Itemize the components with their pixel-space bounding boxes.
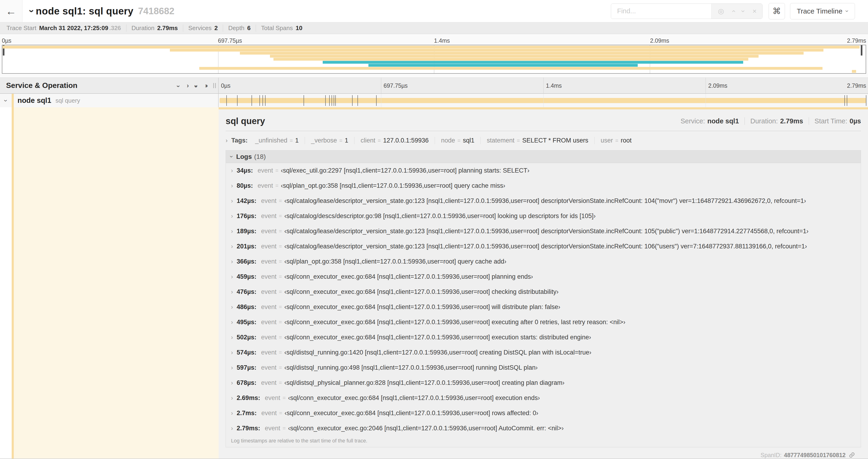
log-row[interactable]: ›142µs:event=‹sql/catalog/lease/descript… — [226, 193, 861, 208]
log-marker-tick[interactable] — [262, 95, 263, 106]
log-field-key: event — [257, 182, 273, 189]
log-timestamp: 495µs: — [237, 319, 256, 326]
log-marker-tick[interactable] — [226, 95, 227, 106]
keyboard-shortcuts-button[interactable]: ⌘ — [769, 3, 785, 19]
span-id-row: SpanID: 4877749850101760812 — [226, 447, 861, 459]
log-marker-tick[interactable] — [237, 95, 238, 106]
collapse-one-icon[interactable]: › — [175, 85, 182, 86]
service-operation-header: Service & Operation › › ›› ›› — [0, 78, 219, 93]
span-collapse-chevron-icon[interactable]: › — [2, 100, 9, 102]
log-chevron-icon[interactable]: › — [231, 395, 233, 401]
log-row[interactable]: ›597µs:event=‹sql/distsql_running.go:498… — [226, 360, 861, 375]
log-marker-tick[interactable] — [358, 95, 358, 106]
detail-accent-bar — [219, 107, 868, 109]
equals-sign: = — [283, 425, 286, 431]
equals-sign: = — [279, 410, 282, 416]
span-row-timeline[interactable] — [219, 94, 868, 107]
minimap-right-scrubber-handle[interactable] — [861, 45, 862, 56]
log-chevron-icon[interactable]: › — [231, 228, 233, 235]
log-row[interactable]: ›2.79ms:event=‹sql/conn_executor_exec.go… — [226, 421, 861, 436]
tags-accordion[interactable]: › Tags: _unfinished=1_verbose=1client=12… — [226, 136, 861, 145]
span-id-value: 4877749850101760812 — [784, 452, 846, 459]
equals-sign: = — [378, 138, 381, 144]
log-chevron-icon[interactable]: › — [231, 167, 233, 174]
log-chevron-icon[interactable]: › — [231, 243, 233, 250]
log-row[interactable]: ›502µs:event=‹sql/conn_executor_exec.go:… — [226, 330, 861, 345]
next-match-icon[interactable]: › — [740, 10, 747, 12]
trace-view-select[interactable]: Trace Timeline › — [790, 3, 855, 19]
log-marker-tick[interactable] — [866, 95, 866, 106]
minimap-canvas[interactable] — [2, 45, 866, 74]
log-row[interactable]: ›495µs:event=‹sql/conn_executor_exec.go:… — [226, 315, 861, 330]
log-chevron-icon[interactable]: › — [231, 425, 233, 432]
log-chevron-icon[interactable]: › — [231, 273, 233, 280]
log-chevron-icon[interactable]: › — [231, 213, 233, 220]
focus-match-icon[interactable]: ◎ — [718, 8, 724, 15]
log-marker-tick[interactable] — [251, 95, 252, 106]
expand-one-icon[interactable]: › — [187, 82, 187, 89]
logs-header[interactable]: › Logs (18) — [226, 151, 861, 163]
collapse-all-icon[interactable]: ›› — [192, 85, 200, 86]
log-marker-tick[interactable] — [304, 95, 304, 106]
log-marker-tick[interactable] — [325, 95, 326, 106]
timeline-tick-label: 0µs — [219, 78, 230, 93]
log-chevron-icon[interactable]: › — [231, 319, 233, 326]
log-chevron-icon[interactable]: › — [231, 410, 233, 417]
log-marker-tick[interactable] — [844, 95, 845, 106]
expand-all-icon[interactable]: ›› — [205, 82, 207, 89]
log-chevron-icon[interactable]: › — [231, 380, 233, 386]
log-row[interactable]: ›176µs:event=‹sql/catalog/descs/descript… — [226, 208, 861, 224]
log-field-key: event — [261, 379, 277, 387]
log-row[interactable]: ›189µs:event=‹sql/catalog/lease/descript… — [226, 224, 861, 239]
log-marker-tick[interactable] — [329, 95, 330, 106]
minimap-tick-label: 2.09ms — [650, 37, 669, 44]
log-chevron-icon[interactable]: › — [231, 349, 233, 356]
log-chevron-icon[interactable]: › — [231, 334, 233, 341]
log-marker-tick[interactable] — [259, 95, 260, 106]
log-marker-tick[interactable] — [265, 95, 266, 106]
deep-link-icon[interactable] — [849, 452, 855, 458]
log-row[interactable]: ›459µs:event=‹sql/conn_executor_exec.go:… — [226, 269, 861, 284]
log-timestamp: 2.7ms: — [237, 409, 257, 417]
log-marker-tick[interactable] — [847, 95, 847, 106]
logs-chevron-icon: › — [228, 156, 235, 157]
span-duration-bar[interactable] — [220, 98, 866, 103]
log-chevron-icon[interactable]: › — [231, 258, 233, 265]
log-chevron-icon[interactable]: › — [231, 289, 233, 295]
log-row[interactable]: ›80µs:event=‹sql/plan_opt.go:358 [nsql1,… — [226, 178, 861, 193]
minimap-tick-label: 2.79ms — [847, 37, 866, 44]
log-row[interactable]: ›2.69ms:event=‹sql/conn_executor_exec.go… — [226, 390, 861, 405]
collapse-trace-chevron-icon[interactable]: › — [27, 9, 37, 12]
clear-find-icon[interactable]: × — [752, 8, 757, 15]
prev-match-icon[interactable]: › — [730, 10, 737, 12]
back-button[interactable]: ← — [0, 0, 22, 22]
log-row[interactable]: ›574µs:event=‹sql/distsql_running.go:142… — [226, 345, 861, 360]
log-chevron-icon[interactable]: › — [231, 198, 233, 204]
log-row[interactable]: ›476µs:event=‹sql/conn_executor_exec.go:… — [226, 284, 861, 299]
log-chevron-icon[interactable]: › — [231, 183, 233, 189]
trace-info-bar: Trace Start March 31 2022, 17:25:09.326 … — [0, 22, 868, 34]
minimap-tick-label: 1.4ms — [434, 37, 450, 44]
log-row[interactable]: ›201µs:event=‹sql/catalog/lease/descript… — [226, 239, 861, 254]
equals-sign: = — [279, 289, 282, 295]
log-marker-tick[interactable] — [335, 95, 336, 106]
span-row-label[interactable]: › node sql1 sql query — [0, 94, 219, 107]
equals-sign: = — [275, 167, 278, 174]
log-row[interactable]: ›486µs:event=‹sql/conn_executor_exec.go:… — [226, 299, 861, 315]
find-input[interactable] — [611, 4, 711, 19]
log-row[interactable]: ›678µs:event=‹sql/distsql_physical_plann… — [226, 375, 861, 390]
timeline-tick-label: 1.4ms — [544, 78, 562, 93]
log-row[interactable]: ›2.7ms:event=‹sql/conn_executor_exec.go:… — [226, 405, 861, 421]
log-chevron-icon[interactable]: › — [231, 304, 233, 310]
log-row[interactable]: ›366µs:event=‹sql/plan_opt.go:358 [nsql1… — [226, 254, 861, 269]
column-resize-handle[interactable] — [213, 83, 216, 88]
log-marker-tick[interactable] — [352, 95, 352, 106]
log-marker-tick[interactable] — [332, 95, 332, 106]
log-marker-tick[interactable] — [334, 95, 334, 106]
log-marker-tick[interactable] — [376, 95, 377, 106]
log-row[interactable]: ›34µs:event=‹sql/exec_util.go:2297 [nsql… — [226, 163, 861, 178]
log-field-key: event — [261, 243, 277, 250]
log-chevron-icon[interactable]: › — [231, 364, 233, 371]
equals-sign: = — [615, 138, 618, 144]
equals-sign: = — [457, 138, 460, 144]
